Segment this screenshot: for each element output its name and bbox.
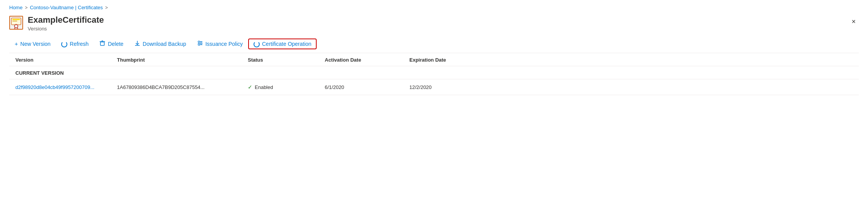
status-value: Enabled: [255, 84, 273, 90]
delete-icon: [99, 40, 105, 47]
svg-rect-6: [100, 42, 104, 45]
close-button[interactable]: ×: [848, 17, 859, 27]
cell-thumbprint: 1A67809386D4BCA7B9D205C87554...: [117, 84, 248, 90]
issuance-policy-button[interactable]: Issuance Policy: [192, 38, 248, 50]
download-backup-label: Download Backup: [143, 41, 186, 47]
toolbar: + New Version Refresh Delete: [9, 35, 859, 53]
svg-rect-1: [12, 19, 20, 20]
certificate-operation-label: Certificate Operation: [262, 41, 311, 47]
download-icon: [134, 40, 140, 47]
certificate-operation-icon: [254, 41, 260, 47]
col-status: Status: [248, 57, 325, 63]
refresh-icon: [61, 41, 67, 47]
header-row: ExampleCertificate Versions ×: [9, 15, 859, 32]
col-thumbprint: Thumbprint: [117, 57, 248, 63]
delete-button[interactable]: Delete: [94, 38, 129, 50]
svg-line-4: [15, 27, 15, 29]
svg-rect-2: [12, 21, 17, 22]
breadcrumb: Home > Contoso-Vaultname | Certificates …: [9, 5, 859, 10]
col-expiration-date: Expiration Date: [409, 57, 486, 63]
breadcrumb-separator-1: >: [25, 5, 28, 10]
title-section: ExampleCertificate Versions: [9, 15, 104, 32]
new-version-label: New Version: [20, 41, 51, 47]
table-header: Version Thumbprint Status Activation Dat…: [9, 53, 859, 66]
table-container: Version Thumbprint Status Activation Dat…: [9, 53, 859, 95]
delete-label: Delete: [108, 41, 123, 47]
svg-point-14: [198, 41, 200, 42]
title-text: ExampleCertificate Versions: [28, 15, 104, 32]
svg-line-5: [17, 27, 18, 29]
table-row: d2f98920d8e04cb49f9957200709... 1A678093…: [9, 79, 859, 95]
check-icon: ✓: [248, 84, 252, 90]
refresh-label: Refresh: [70, 41, 88, 47]
refresh-button[interactable]: Refresh: [56, 39, 94, 49]
cell-activation-date: 6/1/2020: [325, 84, 409, 90]
new-version-button[interactable]: + New Version: [9, 38, 56, 49]
plus-icon: +: [15, 40, 18, 47]
section-label: CURRENT VERSION: [9, 66, 859, 79]
page-title: ExampleCertificate: [28, 15, 104, 25]
breadcrumb-separator-2: >: [105, 5, 108, 10]
issuance-policy-label: Issuance Policy: [205, 41, 243, 47]
download-backup-button[interactable]: Download Backup: [129, 38, 192, 50]
page-subtitle: Versions: [28, 26, 104, 32]
svg-point-15: [200, 42, 202, 44]
col-activation-date: Activation Date: [325, 57, 409, 63]
certificate-icon: [9, 16, 23, 30]
cell-expiration-date: 12/2/2020: [409, 84, 486, 90]
breadcrumb-home[interactable]: Home: [9, 5, 23, 10]
cell-version[interactable]: d2f98920d8e04cb49f9957200709...: [9, 84, 117, 90]
svg-point-16: [198, 44, 200, 45]
cell-status: ✓ Enabled: [248, 84, 325, 90]
certificate-operation-button[interactable]: Certificate Operation: [248, 39, 317, 49]
issuance-policy-icon: [197, 40, 203, 47]
col-version: Version: [9, 57, 117, 63]
breadcrumb-vault[interactable]: Contoso-Vaultname | Certificates: [30, 5, 103, 10]
